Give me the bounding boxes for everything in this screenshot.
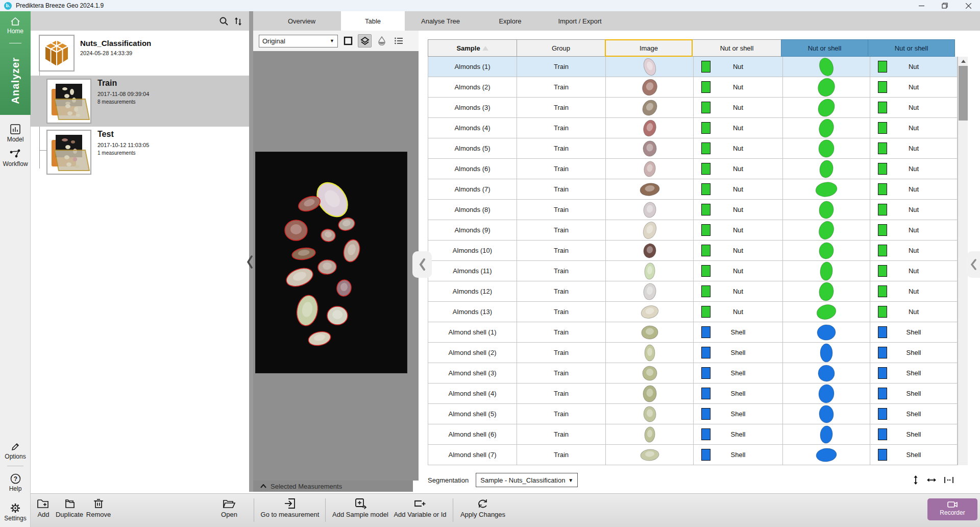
table-row[interactable]: Almonds (2)TrainNutNut — [428, 77, 958, 98]
measurement-image[interactable] — [255, 152, 407, 373]
scroll-up-button[interactable] — [958, 57, 968, 66]
sidebar-item-model[interactable]: Model — [0, 124, 31, 143]
folder-open-icon — [223, 498, 236, 509]
column-header-5[interactable]: Nut or shell — [868, 39, 955, 57]
collapse-viewer-button[interactable] — [412, 251, 432, 278]
table-row[interactable]: Almonds (4)TrainNutNut — [428, 118, 958, 138]
cell-image — [606, 57, 694, 77]
table-row[interactable]: Almond shell (7)TrainShellShell — [428, 445, 958, 465]
resize-columns-icon[interactable] — [927, 477, 936, 483]
cell-sample: Almonds (11) — [428, 261, 517, 281]
collapse-left-panel-button[interactable] — [246, 254, 254, 271]
tab-explore[interactable]: Explore — [476, 11, 544, 31]
sidebar-item-options[interactable]: Options — [0, 442, 31, 460]
scrollbar-thumb[interactable] — [959, 66, 968, 121]
segmentation-label: Segmentation — [428, 476, 469, 484]
table-row[interactable]: Almonds (3)TrainNutNut — [428, 98, 958, 118]
class-label: Shell — [731, 430, 746, 438]
class-label: Nut — [733, 308, 743, 316]
column-header-label: Group — [552, 44, 570, 52]
column-header-2[interactable]: Image — [605, 39, 693, 57]
restore-button[interactable] — [933, 0, 957, 11]
remove-button[interactable]: Remove — [85, 498, 112, 518]
project-root-item[interactable]: Nuts_Classification 2024-05-28 14:33:39 — [31, 32, 249, 76]
cell-class: Nut — [694, 302, 783, 322]
cell-image — [606, 445, 694, 465]
app-window: b. Prediktera Breeze Geo 2024.1.9 Home A… — [0, 0, 980, 527]
duplicate-button[interactable]: Duplicate — [53, 498, 86, 518]
panel-splitter[interactable] — [249, 11, 253, 492]
column-header-0[interactable]: Sample — [428, 39, 517, 57]
cell-sample: Almonds (9) — [428, 220, 517, 241]
cell-image — [606, 77, 694, 98]
apply-changes-button[interactable]: Apply Changes — [458, 498, 507, 518]
table-row[interactable]: Almond shell (2)TrainShellShell — [428, 343, 958, 363]
measurement-date: 2017-10-12 11:03:05 — [97, 142, 149, 148]
measurement-item-train[interactable]: Train 2017-11-08 09:39:04 8 measurements — [31, 76, 249, 127]
cell-mask — [783, 77, 870, 98]
minimize-button[interactable] — [910, 0, 933, 11]
sidebar-item-home[interactable]: Home — [0, 16, 31, 35]
measurement-item-test[interactable]: Test 2017-10-12 11:03:05 1 measurements — [31, 128, 249, 179]
table-row[interactable]: Almonds (1)TrainNutNut — [428, 57, 958, 77]
cell-class: Nut — [870, 118, 958, 138]
table-row[interactable]: Almond shell (5)TrainShellShell — [428, 404, 958, 424]
table-row[interactable]: Almond shell (6)TrainShellShell — [428, 424, 958, 445]
cell-class: Nut — [870, 98, 958, 118]
class-label: Nut — [733, 104, 743, 111]
class-color-swatch — [701, 367, 710, 379]
column-header-3[interactable]: Nut or shell — [692, 39, 781, 57]
table-row[interactable]: Almonds (7)TrainNutNut — [428, 179, 958, 200]
selected-measurements-bar[interactable]: Selected Measurements — [253, 481, 413, 492]
table-row[interactable]: Almonds (5)TrainNutNut — [428, 138, 958, 159]
sort-icon[interactable] — [234, 16, 243, 26]
table-row[interactable]: Almonds (8)TrainNutNut — [428, 200, 958, 220]
add-variable-button[interactable]: Add Variable or Id — [390, 498, 450, 518]
cell-sample: Almonds (10) — [428, 241, 517, 261]
resize-rows-icon[interactable] — [913, 475, 919, 485]
layers-tool-button[interactable] — [358, 34, 372, 47]
class-color-swatch — [878, 122, 887, 134]
droplet-tool-button[interactable] — [375, 34, 388, 47]
fit-columns-icon[interactable] — [944, 476, 953, 484]
close-button[interactable] — [957, 0, 980, 11]
class-label: Shell — [906, 410, 921, 418]
class-color-swatch — [701, 347, 710, 358]
image-mode-select[interactable]: Original ▼ — [259, 35, 338, 47]
table-scrollbar[interactable] — [958, 57, 968, 465]
add-sample-model-button[interactable]: Add Sample model — [331, 498, 390, 518]
goto-measurement-button[interactable]: Go to measurement — [259, 498, 321, 518]
sidebar-item-label: Home — [7, 28, 23, 35]
sidebar-item-settings[interactable]: Settings — [0, 502, 31, 522]
table-row[interactable]: Almonds (12)TrainNutNut — [428, 281, 958, 302]
table-row[interactable]: Almonds (6)TrainNutNut — [428, 159, 958, 179]
sidebar-item-workflow[interactable]: Workflow — [0, 148, 31, 167]
search-icon[interactable] — [219, 16, 229, 26]
sidebar-item-help[interactable]: ? Help — [0, 473, 31, 492]
table-row[interactable]: Almond shell (3)TrainShellShell — [428, 363, 958, 384]
table-row[interactable]: Almonds (11)TrainNutNut — [428, 261, 958, 281]
segmentation-select[interactable]: Sample - Nuts_Classification ▼ — [476, 473, 578, 487]
add-button[interactable]: Add — [32, 498, 55, 518]
tab-table[interactable]: Table — [341, 11, 405, 31]
list-tool-button[interactable] — [391, 34, 405, 47]
open-button[interactable]: Open — [216, 498, 242, 518]
table-row[interactable]: Almonds (10)TrainNutNut — [428, 241, 958, 261]
class-color-swatch — [878, 224, 887, 236]
tab-import-export[interactable]: Import / Export — [544, 11, 616, 31]
cell-mask — [783, 220, 870, 241]
column-header-1[interactable]: Group — [517, 39, 605, 57]
class-color-swatch — [701, 265, 710, 277]
table-row[interactable]: Almond shell (4)TrainShellShell — [428, 384, 958, 404]
cell-image — [606, 343, 694, 363]
table-row[interactable]: Almonds (9)TrainNutNut — [428, 220, 958, 241]
collapse-right-button[interactable] — [967, 251, 980, 278]
recorder-button[interactable]: Recorder — [927, 498, 977, 520]
measurement-viewer[interactable] — [253, 51, 419, 481]
table-row[interactable]: Almonds (13)TrainNutNut — [428, 302, 958, 322]
tab-overview[interactable]: Overview — [262, 11, 341, 31]
column-header-4[interactable]: Nut or shell — [781, 39, 868, 57]
border-tool-button[interactable] — [341, 34, 355, 47]
table-row[interactable]: Almond shell (1)TrainShellShell — [428, 322, 958, 343]
tab-analyse-tree[interactable]: Analyse Tree — [405, 11, 476, 31]
